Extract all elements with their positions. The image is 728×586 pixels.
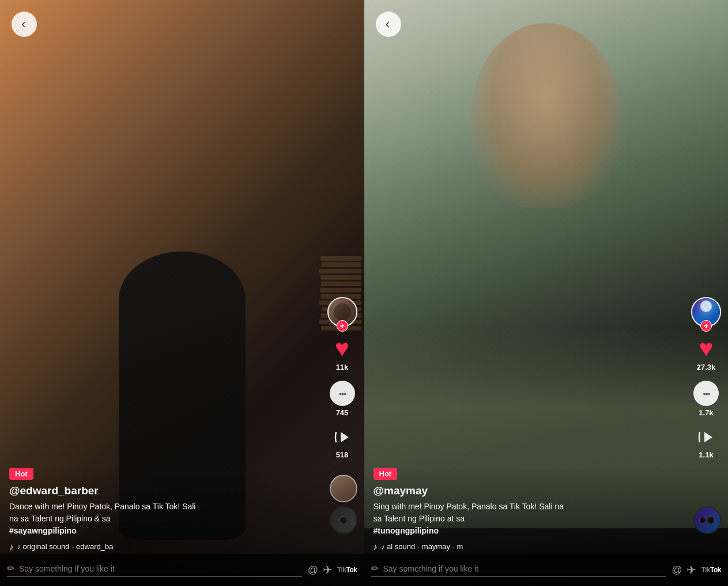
comment-placeholder-right: Say something if you like it (383, 564, 479, 573)
video-panel-left: ‹ + ♥ 11k ●●● 745 (0, 0, 364, 586)
follow-button-left[interactable]: + (337, 320, 348, 332)
comment-action-right[interactable]: ●●● 1.7k (693, 381, 719, 417)
hashtag-left[interactable]: #sayawngpilipino (9, 526, 77, 535)
face-shape-right (471, 23, 621, 208)
like-count-right: 27.3k (697, 363, 716, 371)
description-left: Dance with me! Pinoy Patok, Panalo sa Ti… (9, 501, 205, 537)
share-count-left: 518 (336, 450, 349, 459)
comment-actions-right: @ ✈ TikTok (672, 563, 721, 577)
sound-text-left: ♪ original sound - edward_ba (17, 542, 114, 551)
sound-line-left[interactable]: ♪ ♪ original sound - edward_ba (9, 542, 364, 551)
sound-line-right[interactable]: ♪ ♪ al sound - maymay - m (374, 542, 729, 551)
comment-bar-left: ✏ Say something if you like it @ ✈ TikTo… (0, 554, 364, 586)
tiktok-logo-left: TikTok (337, 566, 357, 574)
username-left[interactable]: @edward_barber (9, 484, 364, 497)
back-button-left[interactable]: ‹ (12, 12, 37, 37)
avatar-container-right[interactable]: + (691, 297, 721, 327)
follow-button-right[interactable]: + (700, 320, 712, 332)
pencil-icon-right: ✏ (371, 563, 379, 574)
share-icon-left (331, 426, 353, 448)
back-button-right[interactable]: ‹ (376, 12, 401, 37)
comment-action-left[interactable]: ●●● 745 (330, 381, 355, 417)
at-icon-right[interactable]: @ (672, 564, 682, 576)
at-icon-left[interactable]: @ (308, 564, 318, 576)
comment-icon-left: ●●● (330, 381, 355, 406)
description-right: Sing with me! Pinoy Patok, Panalo sa Tik… (374, 501, 569, 537)
hashtag-right[interactable]: #tunogngpilipino (374, 526, 439, 535)
back-icon-left: ‹ (21, 17, 25, 32)
hot-badge-right: Hot (374, 468, 398, 480)
video-panel-right: ‹ + ♥ 27.3k ●●● 1.7k (364, 0, 729, 586)
like-action-left[interactable]: ♥ 11k (335, 336, 349, 371)
comment-bar-right: ✏ Say something if you like it @ ✈ TikTo… (364, 554, 729, 586)
share-icon-right (695, 426, 717, 448)
heart-icon-right: ♥ (699, 336, 714, 360)
action-bar-right: + ♥ 27.3k ●●● 1.7k 1.1k (691, 297, 721, 459)
share-small-icon-left[interactable]: ✈ (323, 563, 333, 577)
comment-count-right: 1.7k (699, 408, 713, 417)
music-note-icon-left: ♪ (9, 542, 14, 551)
share-action-right[interactable]: 1.1k (695, 426, 717, 459)
comment-count-left: 745 (336, 408, 349, 417)
comment-placeholder-left: Say something if you like it (19, 564, 115, 573)
comment-icon-right: ●●● (693, 381, 719, 406)
share-action-left[interactable]: 518 (331, 426, 353, 459)
like-count-left: 11k (336, 363, 349, 371)
share-count-right: 1.1k (699, 450, 713, 459)
like-action-right[interactable]: ♥ 27.3k (697, 336, 716, 371)
username-right[interactable]: @maymay (374, 484, 729, 497)
comment-input-left[interactable]: ✏ Say something if you like it (7, 563, 302, 577)
share-small-icon-right[interactable]: ✈ (686, 563, 696, 577)
comment-actions-left: @ ✈ TikTok (308, 563, 357, 577)
avatar-container-left[interactable]: + (327, 297, 357, 327)
tiktok-logo-right: TikTok (701, 566, 721, 574)
music-note-icon-right: ♪ (374, 542, 378, 551)
pencil-icon-left: ✏ (7, 563, 14, 574)
hot-badge-left: Hot (9, 468, 33, 480)
back-icon-right: ‹ (386, 17, 390, 32)
comment-input-right[interactable]: ✏ Say something if you like it (371, 563, 666, 577)
action-bar-left: + ♥ 11k ●●● 745 518 (327, 297, 357, 459)
sound-text-right: ♪ al sound - maymay - m (381, 542, 463, 551)
heart-icon-left: ♥ (335, 336, 349, 360)
